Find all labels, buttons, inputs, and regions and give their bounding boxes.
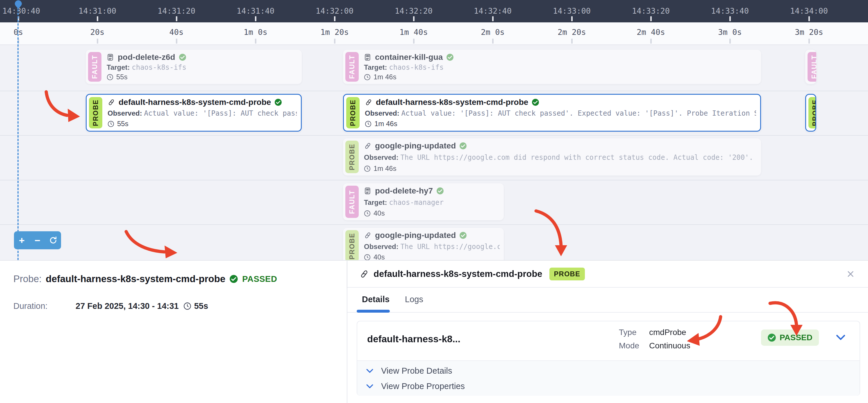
fault-tag: FAULT bbox=[345, 186, 359, 218]
success-check-icon bbox=[446, 54, 454, 61]
timeline-card-probe[interactable]: PROBE google-ping-updated Observed: The … bbox=[343, 228, 504, 260]
card-title: pod-delete-hy7 bbox=[375, 186, 433, 196]
target-label: Target: bbox=[364, 63, 387, 71]
probe-detail-card: default-harness-k8... Type cmdProbe Mode… bbox=[357, 321, 860, 396]
clock-icon bbox=[107, 74, 113, 80]
probe-tag: PROBE bbox=[345, 230, 359, 260]
view-probe-properties-link[interactable]: View Probe Properties bbox=[366, 381, 860, 391]
status-badge: PASSED bbox=[242, 274, 277, 284]
elapsed-tick bbox=[413, 39, 414, 43]
timeline-card-fault[interactable]: FAULT container-kill-gua Target: chaos-k… bbox=[343, 50, 761, 84]
elapsed-label: 1m 20s bbox=[320, 28, 349, 37]
mode-value: Continuous bbox=[649, 341, 690, 350]
reset-zoom-button[interactable] bbox=[46, 232, 60, 248]
elapsed-tick bbox=[808, 39, 810, 43]
timeline-rows: FAULT pod-delete-z6d Target: chaos-k8s-i… bbox=[0, 45, 868, 260]
playhead-marker[interactable] bbox=[14, 0, 23, 12]
timeline-card-probe-selected[interactable]: PROBE default-harness-k8s-system-cmd-pro… bbox=[86, 94, 302, 132]
clock-label: 14:31:40 bbox=[237, 6, 274, 15]
fault-tag-label: FAULT bbox=[810, 55, 816, 79]
probe-summary-panel: Probe: default-harness-k8s-system-cmd-pr… bbox=[0, 260, 347, 403]
fault-tag: FAULT bbox=[808, 52, 816, 82]
probe-tag: PROBE bbox=[345, 141, 359, 173]
clock-label: 14:32:00 bbox=[316, 6, 353, 15]
target-label: Target: bbox=[364, 198, 387, 206]
elapsed-tick bbox=[255, 39, 256, 43]
timeline-card-fault-clipped[interactable]: FAULT bbox=[805, 50, 816, 84]
clock-tick bbox=[176, 16, 177, 21]
clock-tick bbox=[413, 16, 414, 21]
type-label: Type bbox=[619, 328, 644, 337]
clock-icon bbox=[183, 302, 191, 310]
clock-label: 14:33:40 bbox=[711, 6, 749, 15]
fault-icon bbox=[364, 54, 372, 61]
timeline-card-fault[interactable]: FAULT pod-delete-z6d Target: chaos-k8s-i… bbox=[86, 50, 302, 84]
success-check-icon bbox=[532, 99, 539, 106]
elapsed-label: 20s bbox=[90, 28, 105, 37]
tab-details[interactable]: Details bbox=[362, 295, 390, 304]
card-duration: 55s bbox=[117, 120, 128, 128]
elapsed-label: 40s bbox=[169, 28, 184, 37]
probe-tag: PROBE bbox=[89, 97, 102, 128]
fault-tag-label: FAULT bbox=[348, 190, 356, 213]
observed-label: Observed: bbox=[365, 109, 399, 117]
elapsed-tick bbox=[729, 39, 731, 43]
probe-detail-name: default-harness-k8... bbox=[367, 334, 461, 345]
chevron-down-icon bbox=[366, 368, 374, 374]
elapsed-label: 3m 0s bbox=[718, 28, 742, 37]
target-value: chaos-k8s-ifs bbox=[389, 63, 443, 71]
elapsed-label: 1m 0s bbox=[244, 28, 267, 37]
elapsed-tick bbox=[492, 39, 494, 43]
probe-icon bbox=[364, 142, 372, 149]
card-title: default-harness-k8s-system-cmd-probe bbox=[119, 98, 271, 107]
close-icon[interactable] bbox=[845, 268, 856, 280]
probe-tag: PROBE bbox=[808, 97, 816, 128]
card-title: container-kill-gua bbox=[375, 53, 443, 62]
target-label: Target: bbox=[107, 63, 130, 71]
timeline-card-fault[interactable]: FAULT pod-delete-hy7 Target: chaos-manag… bbox=[343, 183, 504, 220]
zoom-in-button[interactable]: + bbox=[15, 232, 29, 248]
elapsed-label: 2m 20s bbox=[558, 28, 586, 37]
elapsed-tick bbox=[571, 39, 573, 43]
collapse-chevron-icon[interactable] bbox=[836, 334, 846, 342]
observed-value: The URL https://google.com… bbox=[400, 243, 500, 251]
clock-label: 14:34:00 bbox=[790, 6, 828, 15]
link-label: View Probe Properties bbox=[381, 381, 465, 391]
row-divider bbox=[0, 180, 868, 180]
fault-tag-label: FAULT bbox=[348, 55, 356, 79]
clock-icon bbox=[364, 254, 371, 260]
elapsed-tick bbox=[334, 39, 336, 43]
view-probe-details-link[interactable]: View Probe Details bbox=[366, 366, 860, 376]
probe-label: Probe: bbox=[13, 273, 41, 284]
time-ruler-clock: 14:30:4014:31:0014:31:2014:31:4014:32:00… bbox=[0, 0, 868, 22]
clock-tick bbox=[808, 16, 810, 21]
probe-details-panel: default-harness-k8s-system-cmd-probe PRO… bbox=[347, 260, 868, 403]
clock-label: 14:32:20 bbox=[395, 6, 433, 15]
timeline-card-probe[interactable]: PROBE google-ping-updated Observed: The … bbox=[343, 138, 761, 175]
observed-label: Observed: bbox=[364, 154, 399, 161]
elapsed-tick bbox=[176, 39, 177, 43]
clock-label: 14:33:00 bbox=[553, 6, 591, 15]
clock-label: 14:33:20 bbox=[632, 6, 670, 15]
clock-tick bbox=[255, 16, 256, 21]
timeline-card-probe-selected[interactable]: PROBE default-harness-k8s-system-cmd-pro… bbox=[343, 94, 761, 132]
tab-logs[interactable]: Logs bbox=[405, 295, 423, 304]
card-title: default-harness-k8s-system-cmd-probe bbox=[376, 98, 528, 107]
zoom-out-button[interactable]: − bbox=[31, 232, 44, 248]
clock-icon bbox=[364, 165, 371, 172]
card-title: google-ping-updated bbox=[375, 141, 456, 150]
clock-icon bbox=[107, 121, 114, 127]
timeline-card-probe-clipped[interactable]: PROBE bbox=[805, 94, 816, 132]
clock-label: 14:31:20 bbox=[158, 6, 195, 15]
probe-icon bbox=[107, 99, 115, 106]
row-divider bbox=[0, 135, 868, 136]
probe-tag-label: PROBE bbox=[348, 143, 356, 170]
observed-value: The URL https://google.com did respond w… bbox=[400, 154, 757, 162]
details-tabs: Details Logs bbox=[347, 288, 868, 313]
duration-label: Duration: bbox=[13, 301, 75, 311]
clock-tick bbox=[97, 16, 98, 21]
success-check-icon bbox=[436, 187, 444, 195]
chaos-experiment-timeline-view: 14:30:4014:31:0014:31:2014:31:4014:32:00… bbox=[0, 0, 868, 403]
elapsed-label: 2m 0s bbox=[481, 28, 504, 37]
probe-tag-label: PROBE bbox=[349, 99, 357, 126]
